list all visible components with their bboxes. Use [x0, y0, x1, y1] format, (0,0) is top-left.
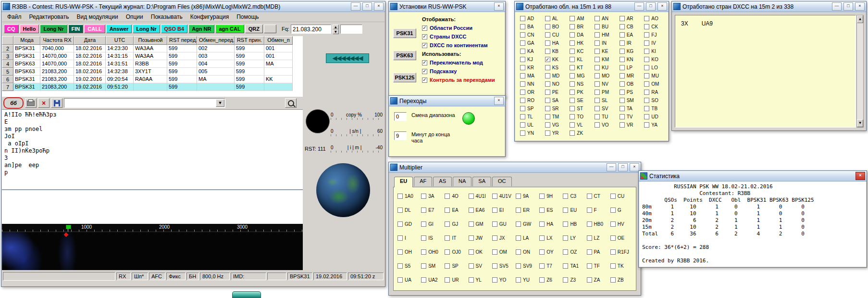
dxcc-IS[interactable]: IS — [420, 234, 444, 242]
transmit-pane[interactable] — [2, 189, 303, 224]
checkbox-icon[interactable] — [570, 65, 575, 70]
checkbox-icon[interactable] — [570, 24, 575, 29]
checkbox-icon[interactable] — [595, 57, 600, 62]
checkbox-icon[interactable] — [520, 24, 525, 29]
checkbox-icon[interactable] — [644, 114, 649, 119]
checkbox-icon[interactable] — [545, 122, 550, 128]
dxcc-LA[interactable]: LA — [515, 234, 538, 242]
checkbox-icon[interactable] — [397, 235, 403, 241]
checkbox-icon[interactable] — [545, 65, 550, 70]
oblast-SE[interactable]: SE — [567, 97, 592, 104]
checkbox-icon[interactable] — [644, 24, 649, 29]
checkbox-icon[interactable] — [595, 90, 600, 95]
checkbox-icon[interactable] — [545, 32, 550, 38]
checkbox-icon[interactable] — [610, 249, 616, 255]
dxcc-HB0[interactable]: HB0 — [586, 220, 609, 228]
oblast-HA[interactable]: HA — [542, 39, 567, 47]
multiplier-titlebar[interactable]: Multiplier — □ × — [389, 162, 641, 173]
oblast-PM[interactable]: PM — [592, 89, 617, 96]
checkbox-icon[interactable] — [520, 16, 525, 21]
dxcc-G[interactable]: G — [609, 206, 633, 214]
checkbox-icon[interactable] — [516, 235, 521, 241]
macro-button-QRZ[interactable]: QRZ — [245, 25, 263, 33]
oblast-GA[interactable]: GA — [517, 39, 542, 47]
oblast-VO[interactable]: VO — [592, 121, 617, 129]
checkbox-icon[interactable] — [570, 73, 575, 78]
menu-item-Опции[interactable]: Опции — [123, 13, 147, 21]
dxcc-GD[interactable]: GD — [397, 220, 420, 228]
dxcc-OK[interactable]: OK — [468, 248, 491, 256]
checkbox-icon[interactable] — [520, 40, 525, 46]
checkbox-icon[interactable] — [539, 277, 545, 283]
oblast-YR[interactable]: YR — [542, 130, 567, 137]
checkbox-icon[interactable] — [516, 249, 521, 255]
log-row[interactable]: 6BPSK3121083,20019.02.201609:20:54RA0AA5… — [2, 76, 303, 83]
checkbox-icon[interactable] — [397, 194, 403, 199]
oblast-BO[interactable]: BO — [542, 23, 567, 30]
checkbox-icon[interactable] — [610, 207, 616, 213]
oblast-ST[interactable]: ST — [567, 105, 592, 112]
checkbox-icon[interactable] — [644, 65, 649, 70]
checkbox-icon[interactable] — [520, 73, 525, 78]
dxcc-OH0[interactable]: OH0 — [420, 248, 444, 256]
checkbox-icon[interactable] — [492, 194, 497, 199]
macro-button-blank[interactable] — [264, 25, 276, 33]
dxcc-SV5[interactable]: SV5 — [491, 262, 515, 270]
minimize-icon[interactable]: — — [832, 2, 842, 11]
tab-EU[interactable]: EU — [394, 177, 413, 187]
dxcc-4O[interactable]: 4O — [444, 192, 467, 200]
checkbox-icon[interactable] — [516, 263, 521, 269]
checkbox-icon[interactable] — [644, 57, 649, 62]
checkbox-icon[interactable] — [469, 249, 474, 255]
dxcc-4U1V[interactable]: 4U1V — [491, 192, 515, 200]
checkbox-icon[interactable] — [520, 106, 525, 111]
dxcc-E7[interactable]: E7 — [420, 206, 444, 214]
oblast-TM[interactable]: TM — [542, 113, 567, 120]
dxcc-LX[interactable]: LX — [538, 234, 562, 242]
oblast-SV[interactable]: SV — [592, 105, 617, 112]
checkbox-icon[interactable] — [587, 277, 592, 283]
oblast-TL[interactable]: TL — [517, 113, 542, 120]
tab-SA[interactable]: SA — [472, 177, 491, 186]
option-Подсказку[interactable]: ✓Подсказку — [422, 67, 502, 76]
macro-button-agn CAL[interactable]: agn CAL — [215, 25, 244, 33]
dxcc-ES[interactable]: ES — [538, 206, 562, 214]
checkbox-icon[interactable] — [421, 235, 426, 241]
oblast-AO[interactable]: AO — [641, 15, 666, 22]
macro-button-FIN[interactable]: FIN — [68, 25, 84, 33]
oblast-KE[interactable]: KE — [592, 48, 617, 55]
oblast-VR[interactable]: VR — [617, 121, 642, 129]
checkbox-icon[interactable] — [570, 114, 575, 119]
checkbox-icon[interactable] — [620, 24, 625, 29]
oblast-KS[interactable]: KS — [542, 64, 567, 71]
oblast-ZK[interactable]: ZK — [567, 130, 592, 137]
oblast-YN[interactable]: YN — [517, 130, 542, 137]
save-qso-button[interactable] — [51, 98, 62, 108]
checkbox-icon[interactable] — [620, 57, 625, 62]
checkbox-icon[interactable] — [570, 40, 575, 46]
spin-down-icon[interactable]: ▼ — [333, 29, 339, 34]
option-Переключатель мод[interactable]: ✓Переключатель мод — [422, 58, 502, 67]
macro-button-QSO B4[interactable]: QSO B4 — [161, 25, 188, 33]
dxcc-S5[interactable]: S5 — [397, 262, 420, 270]
checkbox-icon[interactable] — [516, 207, 521, 213]
checkbox-icon[interactable] — [421, 207, 426, 213]
checkbox-icon[interactable] — [644, 16, 649, 21]
checkbox-icon[interactable] — [469, 221, 474, 227]
dxcc-UR[interactable]: UR — [444, 276, 467, 284]
checkbox-icon[interactable] — [610, 221, 616, 227]
checkbox-icon[interactable] — [545, 90, 550, 95]
macro-button-Long Nr[interactable]: Long Nr — [133, 25, 160, 33]
checkbox-icon[interactable] — [595, 40, 600, 46]
checkbox-icon[interactable] — [563, 249, 568, 255]
checkbox-icon[interactable] — [620, 73, 625, 78]
oblast-TA[interactable]: TA — [617, 105, 642, 112]
dxcc-R1FJ[interactable]: R1FJ — [609, 248, 633, 256]
dxcc-TF[interactable]: TF — [586, 262, 609, 270]
checkbox-icon[interactable] — [563, 263, 568, 269]
frequency-aux-box[interactable] — [340, 25, 362, 34]
checkbox-icon[interactable] — [520, 49, 525, 54]
checkbox-icon[interactable] — [570, 49, 575, 54]
dxcc-ZB[interactable]: ZB — [609, 276, 633, 284]
checkbox-icon[interactable] — [421, 249, 426, 255]
